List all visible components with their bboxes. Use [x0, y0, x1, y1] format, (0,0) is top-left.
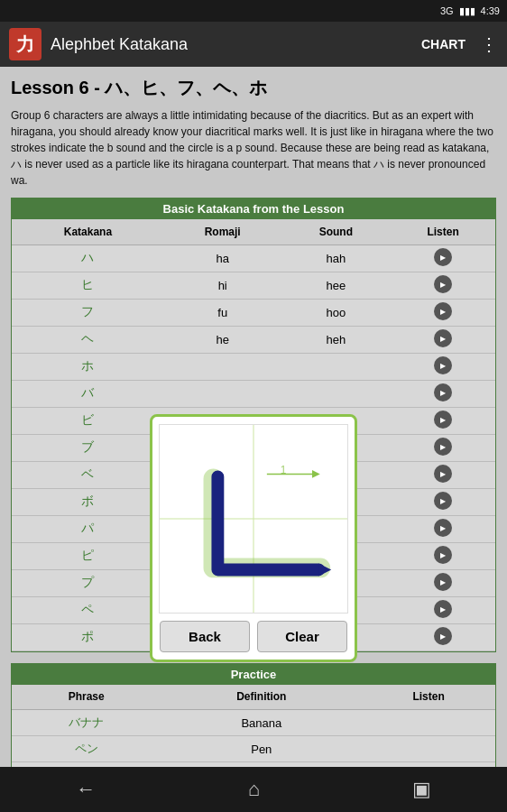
lesson-description: Group 6 characters are always a little i…	[11, 107, 496, 189]
practice-row[interactable]: ペンPen	[12, 736, 495, 762]
listen-icon[interactable]	[434, 302, 452, 320]
sound-cell	[281, 380, 391, 407]
romaji-cell: hi	[164, 272, 281, 299]
table-row[interactable]: ハhahah	[12, 245, 495, 272]
romaji-cell: ha	[164, 245, 281, 272]
listen-icon[interactable]	[434, 329, 452, 347]
katakana-cell: ビ	[12, 407, 164, 434]
romaji-cell	[164, 380, 281, 407]
back-button[interactable]: Back	[160, 621, 250, 652]
listen-cell[interactable]	[391, 434, 495, 461]
practice-listen-cell[interactable]	[362, 736, 495, 762]
signal-indicator: 3G	[440, 5, 454, 16]
listen-cell[interactable]	[391, 272, 495, 299]
listen-icon[interactable]	[434, 356, 452, 374]
romaji-cell	[164, 353, 281, 380]
nav-bar: ← ⌂ ▣	[0, 767, 507, 812]
listen-cell[interactable]	[391, 515, 495, 542]
listen-icon[interactable]	[434, 519, 452, 537]
sound-cell: hee	[281, 272, 391, 299]
listen-cell[interactable]	[391, 569, 495, 596]
katakana-cell: パ	[12, 515, 164, 542]
katakana-cell: ヘ	[12, 326, 164, 353]
katakana-cell: ヒ	[12, 272, 164, 299]
katakana-cell: ベ	[12, 461, 164, 488]
katakana-cell: バ	[12, 380, 164, 407]
listen-icon[interactable]	[434, 438, 452, 456]
katakana-cell: ホ	[12, 353, 164, 380]
col-romaji: Romaji	[164, 219, 281, 245]
listen-icon[interactable]	[434, 248, 452, 266]
drawing-canvas[interactable]: 1	[159, 424, 348, 614]
nav-home-button[interactable]: ⌂	[248, 778, 260, 801]
listen-cell[interactable]	[391, 299, 495, 326]
listen-icon[interactable]	[434, 465, 452, 483]
time-display: 4:39	[481, 5, 500, 16]
table-row[interactable]: フfuhoo	[12, 299, 495, 326]
col-sound: Sound	[281, 219, 391, 245]
chart-button[interactable]: CHART	[421, 37, 466, 51]
clear-button[interactable]: Clear	[257, 621, 347, 652]
listen-cell[interactable]	[391, 596, 495, 623]
table-row[interactable]: バ	[12, 380, 495, 407]
table-row[interactable]: ホ	[12, 353, 495, 380]
practice-row[interactable]: バナナBanana	[12, 710, 495, 736]
practice-definition-cell: Banana	[161, 710, 362, 736]
katakana-cell: ハ	[12, 245, 164, 272]
practice-col-definition: Definition	[161, 685, 362, 710]
katakana-cell: ペ	[12, 596, 164, 623]
sound-cell: hoo	[281, 299, 391, 326]
listen-cell[interactable]	[391, 461, 495, 488]
lesson-title: Lesson 6 - ハ、ヒ、フ、ヘ、ホ	[11, 76, 496, 100]
table-row[interactable]: ヘheheh	[12, 326, 495, 353]
listen-icon[interactable]	[434, 492, 452, 510]
listen-cell[interactable]	[391, 488, 495, 515]
katakana-cell: フ	[12, 299, 164, 326]
practice-col-phrase: Phrase	[12, 685, 161, 710]
listen-cell[interactable]	[391, 326, 495, 353]
romaji-cell: he	[164, 326, 281, 353]
table-section: Basic Katakana from the Lesson Katakana …	[11, 198, 496, 652]
drawing-buttons: Back Clear	[160, 621, 347, 652]
nav-back-button[interactable]: ←	[76, 778, 96, 801]
col-listen: Listen	[391, 219, 495, 245]
listen-icon[interactable]	[434, 627, 452, 645]
listen-icon[interactable]	[434, 275, 452, 293]
sound-cell: hah	[281, 245, 391, 272]
app-title: Alephbet Katakana	[51, 35, 412, 54]
katakana-cell: ポ	[12, 623, 164, 651]
listen-icon[interactable]	[434, 600, 452, 618]
practice-phrase-cell: ペン	[12, 736, 161, 762]
practice-listen-cell[interactable]	[362, 710, 495, 736]
table-row[interactable]: ヒhihee	[12, 272, 495, 299]
listen-cell[interactable]	[391, 353, 495, 380]
sound-cell: heh	[281, 326, 391, 353]
battery-indicator: ▮▮▮	[459, 5, 475, 17]
app-icon: 力	[9, 28, 41, 60]
listen-icon[interactable]	[434, 411, 452, 429]
main-table-header: Basic Katakana from the Lesson	[12, 198, 495, 219]
listen-cell[interactable]	[391, 542, 495, 569]
svg-text:1: 1	[281, 464, 287, 476]
practice-phrase-cell: バナナ	[12, 710, 161, 736]
practice-col-listen: Listen	[362, 685, 495, 710]
practice-definition-cell: Pen	[161, 736, 362, 762]
practice-header: Practice	[12, 664, 495, 685]
listen-cell[interactable]	[391, 380, 495, 407]
listen-icon[interactable]	[434, 546, 452, 564]
status-bar: 3G ▮▮▮ 4:39	[0, 0, 507, 22]
listen-icon[interactable]	[434, 573, 452, 591]
katakana-cell: ピ	[12, 542, 164, 569]
listen-cell[interactable]	[391, 245, 495, 272]
romaji-cell: fu	[164, 299, 281, 326]
sound-cell	[281, 353, 391, 380]
app-bar: 力 Alephbet Katakana CHART ⋮	[0, 22, 507, 67]
listen-cell[interactable]	[391, 623, 495, 651]
katakana-cell: ボ	[12, 488, 164, 515]
listen-cell[interactable]	[391, 407, 495, 434]
drawing-modal: 1 Back Cle	[150, 414, 357, 662]
overflow-menu-icon[interactable]: ⋮	[480, 33, 498, 55]
nav-recent-button[interactable]: ▣	[412, 778, 431, 801]
listen-icon[interactable]	[434, 383, 452, 401]
katakana-cell: プ	[12, 569, 164, 596]
